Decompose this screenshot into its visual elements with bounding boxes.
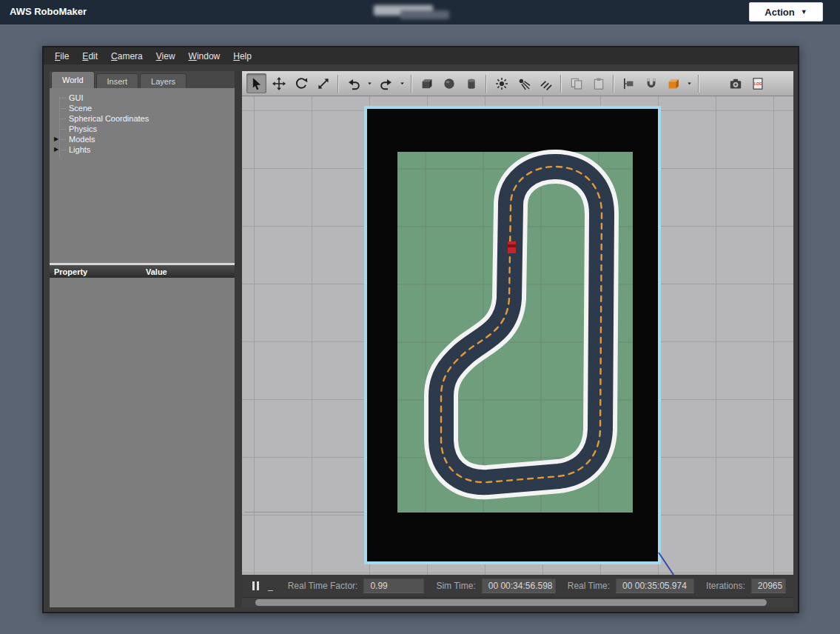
tab-layers-label: Layers: [151, 77, 175, 86]
camera-frustum-line: [653, 550, 682, 575]
log-icon: LOG: [751, 77, 765, 90]
tree-item-label: Models: [69, 135, 95, 144]
menu-help[interactable]: Help: [226, 49, 258, 64]
select-button[interactable]: [246, 73, 266, 93]
point-light-button[interactable]: [491, 73, 511, 93]
tree-item-label: Lights: [69, 145, 90, 154]
panel-tabs: World Insert Layers: [50, 71, 235, 88]
menu-window[interactable]: Window: [182, 49, 227, 64]
3d-viewport[interactable]: [242, 96, 793, 575]
deepracer-car[interactable]: [508, 241, 516, 253]
redacted-block: [400, 10, 449, 19]
horizontal-scrollbar[interactable]: [242, 597, 793, 607]
world-tree: GUISceneSpherical CoordinatesPhysics▶Mod…: [50, 93, 235, 155]
insert-sphere-button[interactable]: [439, 73, 459, 93]
rotate-button[interactable]: [291, 73, 311, 93]
toolbar-separator: [337, 75, 339, 93]
scrollbar-thumb[interactable]: [255, 599, 767, 606]
tree-item-label: GUI: [69, 93, 84, 102]
copy-button[interactable]: [566, 73, 586, 93]
directional-light-icon: [540, 77, 553, 90]
tab-insert[interactable]: Insert: [96, 73, 139, 88]
view-angle-menu-button[interactable]: [685, 73, 693, 93]
gazebo-window: FileEditCameraViewWindowHelp World Inser…: [42, 46, 799, 613]
snap-button[interactable]: [641, 73, 661, 93]
align-button[interactable]: [619, 73, 639, 93]
pause-icon: [252, 581, 255, 590]
menu-view[interactable]: View: [149, 49, 182, 64]
cylinder-icon: [465, 77, 478, 90]
chevron-down-icon: ▼: [801, 8, 807, 16]
vertical-splitter[interactable]: [235, 71, 242, 607]
tree-connector: [59, 108, 66, 109]
menu-bar: FileEditCameraViewWindowHelp: [44, 47, 798, 64]
rotate-icon: [295, 77, 308, 90]
view-angle-button[interactable]: [663, 73, 683, 93]
tab-layers[interactable]: Layers: [140, 73, 187, 88]
spot-light-icon: [517, 77, 531, 90]
tab-world-label: World: [62, 76, 84, 84]
undo-button[interactable]: [343, 73, 363, 93]
simulation-statusbar: _ Real Time Factor: 0.99 Sim Time: 00 00…: [242, 575, 793, 597]
caret-down-icon: [366, 80, 373, 87]
undo-history-button[interactable]: [366, 73, 374, 93]
tree-item-physics[interactable]: Physics: [50, 124, 235, 134]
tree-connector: [59, 98, 66, 99]
viewport-region: LOG: [242, 71, 793, 607]
tree-item-scene[interactable]: Scene: [50, 103, 235, 113]
property-table-body: [50, 278, 235, 607]
insert-cylinder-button[interactable]: [461, 73, 481, 93]
world-axis-line: [244, 512, 364, 513]
real-time-value: 00 00:35:05.974: [616, 578, 694, 593]
paste-icon: [592, 77, 605, 90]
expand-arrow-icon[interactable]: ▶: [54, 144, 58, 155]
redo-icon: [380, 77, 393, 90]
action-button-label: Action: [765, 7, 794, 18]
screenshot-button[interactable]: [725, 73, 745, 93]
menu-file[interactable]: File: [48, 49, 75, 64]
value-column-header: Value: [146, 267, 167, 276]
render-toolbar: LOG: [242, 71, 793, 96]
step-button[interactable]: _: [268, 581, 273, 591]
menu-edit[interactable]: Edit: [75, 49, 104, 64]
align-icon: [622, 77, 636, 90]
sim-time-value: 00 00:34:56.598: [482, 578, 556, 593]
spot-light-button[interactable]: [514, 73, 534, 93]
tree-connector: [59, 139, 66, 140]
tree-item-models[interactable]: ▶Models: [50, 134, 235, 144]
tree-item-spherical-coordinates[interactable]: Spherical Coordinates: [50, 113, 235, 124]
menu-camera[interactable]: Camera: [104, 49, 149, 64]
expand-arrow-icon[interactable]: ▶: [54, 134, 58, 144]
tree-item-gui[interactable]: GUI: [50, 93, 235, 103]
pause-button[interactable]: [249, 579, 262, 593]
tree-item-lights[interactable]: ▶Lights: [50, 144, 235, 155]
tree-item-label: Physics: [69, 124, 97, 133]
point-light-icon: [495, 77, 508, 90]
aws-topbar: AWS RoboMaker Action ▼: [0, 0, 840, 24]
magnet-icon: [645, 77, 658, 90]
action-button[interactable]: Action ▼: [749, 2, 823, 21]
property-table-header: Property Value: [50, 265, 235, 278]
app-title: AWS RoboMaker: [10, 6, 87, 17]
translate-icon: [272, 77, 286, 90]
car-windshield: [508, 244, 516, 247]
redo-button[interactable]: [376, 73, 396, 93]
iterations-value: 20965: [751, 578, 786, 593]
redo-history-button[interactable]: [398, 73, 406, 93]
tab-insert-label: Insert: [107, 77, 128, 86]
log-record-button[interactable]: LOG: [747, 73, 767, 93]
paste-button[interactable]: [588, 73, 608, 93]
iterations-label: Iterations:: [706, 581, 745, 591]
translate-button[interactable]: [269, 73, 289, 93]
sim-time-label: Sim Time:: [436, 581, 475, 591]
caret-down-icon: [399, 80, 406, 87]
toolbar-separator: [560, 75, 562, 93]
copy-icon: [570, 77, 583, 90]
directional-light-button[interactable]: [536, 73, 556, 93]
tree-connector: [59, 119, 66, 119]
tree-item-label: Spherical Coordinates: [69, 114, 149, 123]
insert-box-button[interactable]: [417, 73, 437, 93]
tab-world[interactable]: World: [51, 71, 95, 88]
left-panel: World Insert Layers GUISceneSpherical Co…: [50, 71, 235, 607]
scale-button[interactable]: [313, 73, 333, 93]
